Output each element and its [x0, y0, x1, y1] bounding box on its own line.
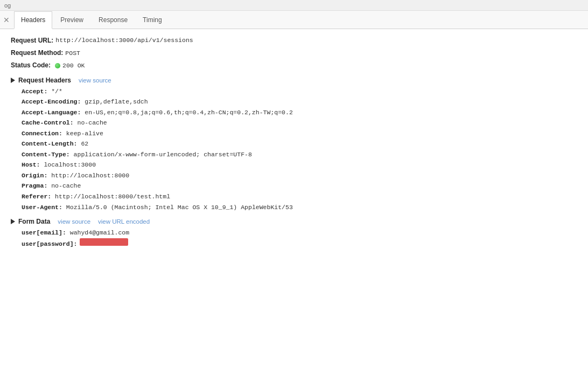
- header-value: application/x-www-form-urlencoded; chars…: [70, 149, 252, 160]
- close-button[interactable]: ✕: [2, 16, 11, 24]
- status-dot-icon: [55, 63, 60, 68]
- form-data-list: user[email]: wahyd4@gmail.comuser[passwo…: [11, 227, 577, 249]
- header-row: Content-Type: application/x-www-form-url…: [22, 149, 577, 160]
- header-row: Accept-Language: en-US,en;q=0.8,ja;q=0.6…: [22, 107, 577, 118]
- header-name: Connection:: [22, 128, 62, 139]
- header-row: Cache-Control: no-cache: [22, 118, 577, 128]
- header-row: Accept-Encoding: gzip,deflate,sdch: [22, 96, 577, 107]
- status-code-row: Status Code: 200 OK: [11, 60, 577, 71]
- triangle-icon: [11, 78, 15, 83]
- header-value: en-US,en;q=0.8,ja;q=0.6,th;q=0.4,zh-CN;q…: [81, 107, 292, 118]
- header-name: Referer:: [22, 191, 51, 202]
- tab-response[interactable]: Response: [92, 11, 135, 29]
- request-headers-section: Request Headers view source Accept: */*A…: [11, 77, 577, 213]
- header-value: Mozilla/5.0 (Macintosh; Intel Mac OS X 1…: [62, 202, 293, 213]
- header-row: Accept: */*: [22, 86, 577, 97]
- header-value: http://localhost:8000: [47, 170, 129, 181]
- status-code-value: 200: [62, 61, 74, 71]
- form-data-section: Form Data view source view URL encoded u…: [11, 218, 577, 249]
- request-method-value: POST: [65, 49, 80, 58]
- request-url-label: Request URL:: [11, 36, 53, 46]
- form-field-name: user[password]:: [22, 239, 78, 250]
- status-code-label: Status Code:: [11, 60, 51, 71]
- form-field-row: user[email]: wahyd4@gmail.com: [22, 227, 577, 238]
- header-name: Cache-Control:: [22, 118, 74, 128]
- header-value: gzip,deflate,sdch: [81, 96, 148, 107]
- request-headers-title: Request Headers: [18, 77, 71, 84]
- header-row: Pragma: no-cache: [22, 181, 577, 191]
- header-row: Connection: keep-alive: [22, 128, 577, 139]
- form-field-name: user[email]:: [22, 227, 66, 238]
- header-name: Host:: [22, 160, 40, 170]
- header-name: Accept:: [22, 86, 47, 97]
- content-area: Request URL: http://localhost:3000/api/v…: [0, 29, 588, 255]
- header-row: Referer: http://localhost:8000/test.html: [22, 191, 577, 202]
- form-data-view-url-encoded[interactable]: view URL encoded: [98, 218, 150, 225]
- request-headers-view-source[interactable]: view source: [79, 77, 111, 84]
- header-name: Origin:: [22, 170, 47, 181]
- request-headers-list: Accept: */*Accept-Encoding: gzip,deflate…: [11, 86, 577, 213]
- header-value: */*: [47, 86, 62, 97]
- tabs-bar: ✕ Headers Preview Response Timing: [0, 11, 588, 29]
- form-data-view-source[interactable]: view source: [58, 218, 90, 225]
- header-value: keep-alive: [62, 128, 103, 139]
- form-data-title: Form Data: [18, 218, 50, 225]
- header-row: Content-Length: 62: [22, 139, 577, 149]
- header-value: http://localhost:8000/test.html: [51, 191, 170, 202]
- request-method-label: Request Method:: [11, 48, 63, 58]
- header-row: Origin: http://localhost:8000: [22, 170, 577, 181]
- header-value: no-cache: [47, 181, 81, 191]
- request-url-row: Request URL: http://localhost:3000/api/v…: [11, 36, 577, 46]
- form-data-header: Form Data view source view URL encoded: [11, 218, 577, 225]
- tab-timing[interactable]: Timing: [136, 11, 169, 29]
- request-headers-header: Request Headers view source: [11, 77, 577, 84]
- status-text: OK: [74, 61, 85, 71]
- header-value: no-cache: [74, 118, 107, 128]
- header-name: Accept-Language:: [22, 107, 81, 118]
- request-url-value: http://localhost:3000/api/v1/sessions: [55, 36, 193, 45]
- header-name: Content-Type:: [22, 149, 70, 160]
- title-text: og: [4, 2, 11, 9]
- header-name: Content-Length:: [22, 139, 78, 149]
- header-name: Accept-Encoding:: [22, 96, 81, 107]
- request-method-row: Request Method: POST: [11, 48, 577, 58]
- header-row: User-Agent: Mozilla/5.0 (Macintosh; Inte…: [22, 202, 577, 213]
- tab-preview[interactable]: Preview: [53, 11, 90, 29]
- redacted-value: [80, 238, 128, 246]
- form-field-value: wahyd4@gmail.com: [66, 227, 129, 238]
- header-value: localhost:3000: [40, 160, 96, 170]
- form-data-triangle-icon: [11, 219, 15, 224]
- tab-headers[interactable]: Headers: [14, 11, 52, 29]
- form-field-row: user[password]:: [22, 238, 577, 250]
- header-row: Host: localhost:3000: [22, 160, 577, 170]
- header-name: User-Agent:: [22, 202, 62, 213]
- header-value: 62: [78, 139, 89, 149]
- header-name: Pragma:: [22, 181, 47, 191]
- title-bar: og: [0, 0, 588, 11]
